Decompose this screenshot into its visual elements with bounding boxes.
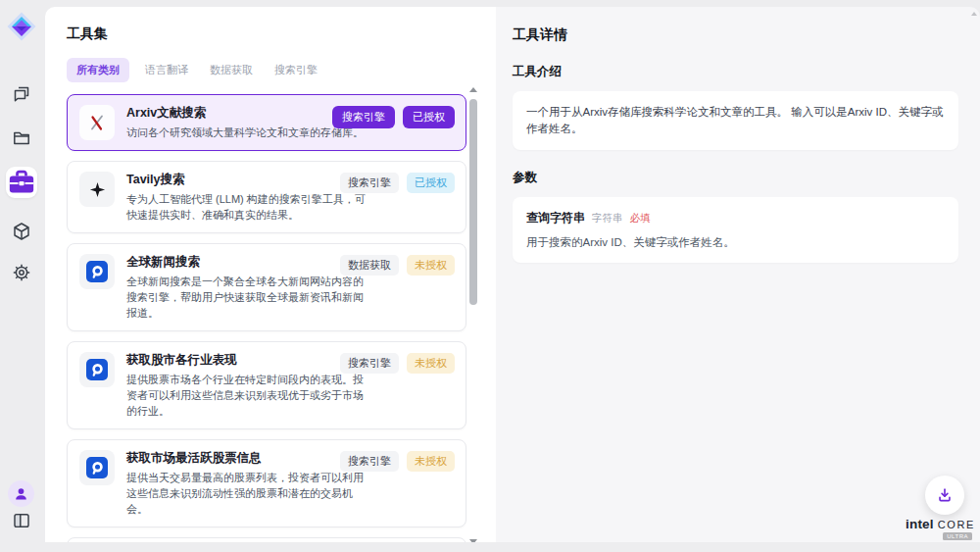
- intel-core-logo: intel CORE Ultra: [906, 517, 974, 531]
- chat-icon[interactable]: [12, 84, 31, 104]
- tool-name: Tavily搜索: [126, 172, 369, 188]
- param-description: 用于搜索的Arxiv ID、关键字或作者姓名。: [526, 235, 945, 250]
- detail-title: 工具详情: [513, 26, 958, 44]
- tool-description: 专为人工智能代理 (LLM) 构建的搜索引擎工具，可快速提供实时、准确和真实的结…: [126, 191, 369, 223]
- tool-description: 提供当天交易量最高的股票列表，投资者可以利用这些信息来识别流动性强的股票和潜在的…: [126, 470, 369, 517]
- tool-card-tavily[interactable]: Tavily搜索 专为人工智能代理 (LLM) 构建的搜索引擎工具，可快速提供实…: [67, 161, 466, 233]
- tool-card-active-stocks[interactable]: 获取市场最活跃股票信息 提供当天交易量最高的股票列表，投资者可以利用这些信息来识…: [67, 439, 466, 527]
- tool-list: Arxiv文献搜索 访问各个研究领域大量科学论文和文章的存储库。 搜索引擎 已授…: [67, 94, 466, 542]
- tool-list-scrollbar[interactable]: [467, 83, 479, 534]
- gear-icon[interactable]: [12, 263, 31, 282]
- tab-data-fetch[interactable]: 数据获取: [204, 58, 259, 82]
- cube-icon[interactable]: [12, 222, 31, 241]
- category-badge: 搜索引擎: [340, 173, 399, 193]
- user-avatar-icon[interactable]: [8, 480, 34, 507]
- intro-heading: 工具介绍: [513, 64, 958, 80]
- toolbox-icon[interactable]: [6, 167, 37, 198]
- category-badge: 数据获取: [340, 255, 399, 276]
- arxiv-logo-icon: [79, 105, 115, 140]
- toolset-panel: 工具集 所有类别 语言翻译 数据获取 搜索引擎 Arxiv文献搜索 访问各个研究…: [45, 7, 496, 542]
- tool-card-arxiv[interactable]: Arxiv文献搜索 访问各个研究领域大量科学论文和文章的存储库。 搜索引擎 已授…: [67, 94, 466, 151]
- stock-sectors-logo-icon: [79, 352, 115, 387]
- tool-detail-panel: 工具详情 工具介绍 一个用于从Arxiv存储库搜索科学论文和文章的工具。 输入可…: [496, 7, 980, 542]
- download-icon: [936, 486, 954, 504]
- active-stocks-logo-icon: [79, 450, 115, 485]
- param-required-label: 必填: [630, 212, 651, 226]
- intel-tier-badge: Ultra: [943, 532, 972, 540]
- category-badge: 搜索引擎: [340, 353, 399, 374]
- intel-chip-text: CORE: [938, 519, 975, 530]
- tab-all-categories[interactable]: 所有类别: [67, 58, 129, 82]
- category-tabs: 所有类别 语言翻译 数据获取 搜索引擎: [67, 58, 496, 82]
- tool-description: 全球新闻搜索是一个聚合全球各大新闻网站内容的搜索引擎，帮助用户快速获取全球最新资…: [126, 274, 369, 321]
- status-badge: 未授权: [407, 353, 455, 374]
- page-title: 工具集: [67, 25, 496, 43]
- folder-icon[interactable]: [12, 128, 31, 148]
- scrollbar-thumb[interactable]: [469, 99, 477, 305]
- tavily-star-logo-icon: [79, 172, 115, 207]
- param-name: 查询字符串: [526, 210, 585, 226]
- category-badge: 搜索引擎: [332, 106, 395, 128]
- scroll-up-arrow-icon[interactable]: [469, 87, 477, 92]
- status-badge: 未授权: [407, 451, 455, 472]
- tool-card-stock-sectors[interactable]: 获取股市各行业表现 提供股票市场各个行业在特定时间段内的表现。投资者可以利用这些…: [67, 341, 466, 429]
- panel-toggle-icon[interactable]: [12, 511, 31, 530]
- tool-description: 提供股票市场各个行业在特定时间段内的表现。投资者可以利用这些信息来识别表现优于或…: [126, 372, 369, 419]
- tool-card-global-news[interactable]: 全球新闻搜索 全球新闻搜索是一个聚合全球各大新闻网站内容的搜索引擎，帮助用户快速…: [67, 243, 466, 331]
- app-gem-logo: [7, 12, 36, 41]
- category-badge: 搜索引擎: [340, 451, 399, 472]
- status-badge: 未授权: [407, 255, 455, 276]
- intel-brand-text: intel: [906, 517, 934, 531]
- tool-name: 获取股市各行业表现: [126, 352, 369, 369]
- tab-search-engine[interactable]: 搜索引擎: [269, 58, 323, 82]
- left-rail: [0, 0, 43, 552]
- intro-card: 一个用于从Arxiv存储库搜索科学论文和文章的工具。 输入可以是Arxiv ID…: [513, 91, 958, 150]
- scroll-down-arrow-icon[interactable]: [469, 539, 477, 542]
- param-card: 查询字符串 字符串 必填 用于搜索的Arxiv ID、关键字或作者姓名。: [513, 197, 958, 263]
- tab-language-translation[interactable]: 语言翻译: [139, 58, 194, 82]
- tool-name: 全球新闻搜索: [126, 254, 369, 271]
- tool-card-regional-news[interactable]: 万维地区新闻查询 查询具体行政区划内的新闻，快速了解各地新闻动 搜索引擎 未授权: [67, 537, 466, 542]
- status-badge: 已授权: [407, 173, 455, 193]
- global-news-logo-icon: [79, 254, 115, 289]
- status-badge: 已授权: [403, 106, 455, 128]
- detail-scroll-up-arrow-icon[interactable]: [971, 12, 977, 16]
- tool-name: 获取市场最活跃股票信息: [126, 450, 369, 467]
- params-heading: 参数: [513, 170, 958, 186]
- param-type: 字符串: [592, 212, 623, 226]
- download-button[interactable]: [925, 476, 964, 515]
